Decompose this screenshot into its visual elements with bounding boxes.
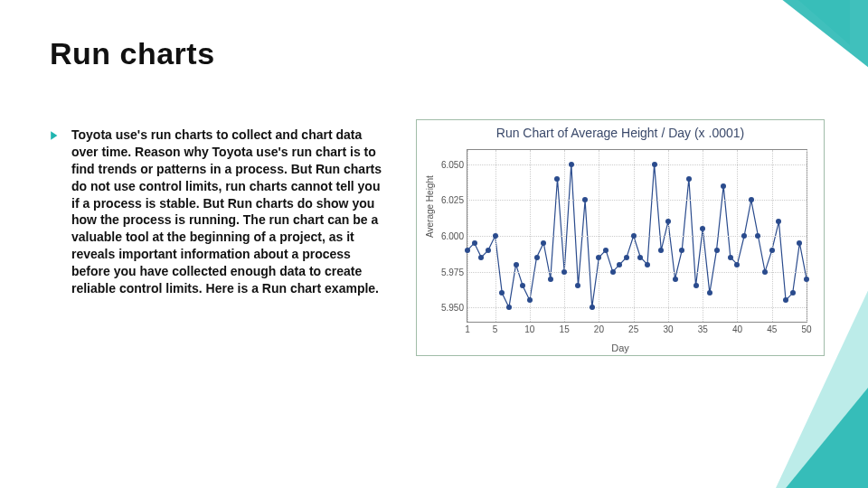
- chart-point: [631, 233, 637, 239]
- chart-xtick: 50: [801, 322, 811, 334]
- chart-xtick: 30: [663, 322, 673, 334]
- chart-point: [493, 233, 498, 239]
- chart-point: [755, 233, 760, 239]
- chart-point: [520, 283, 525, 288]
- chart-xtick: 5: [493, 322, 498, 334]
- chart-point: [790, 290, 796, 296]
- chart-point: [624, 255, 629, 260]
- chart-point: [575, 283, 580, 288]
- chart-point: [478, 255, 484, 260]
- chart-point: [693, 283, 699, 288]
- chart-point: [596, 255, 601, 260]
- chart-point: [769, 248, 775, 253]
- chart-point: [514, 262, 519, 267]
- chart-ytick: 5.950: [441, 303, 467, 313]
- chart-point: [673, 277, 678, 282]
- chart-point: [554, 176, 560, 182]
- chart-point: [665, 219, 671, 224]
- body-text: Toyota use's run charts to collect and c…: [71, 127, 384, 297]
- chart-point: [679, 248, 684, 253]
- chart-point: [472, 240, 477, 246]
- chart-xtick: 25: [628, 322, 638, 334]
- chart-point: [465, 248, 470, 253]
- chart-point: [527, 297, 533, 303]
- chart-point: [707, 290, 712, 296]
- slide: Run charts Toyota use's run charts to co…: [0, 0, 868, 488]
- chart-point: [637, 255, 643, 260]
- chart-point: [714, 248, 720, 253]
- chart-point: [783, 297, 788, 303]
- chart-point: [804, 277, 809, 282]
- chart-point: [541, 240, 546, 246]
- chart-point: [617, 262, 622, 267]
- chart-point: [603, 248, 609, 253]
- chart-point: [652, 162, 657, 167]
- chart-point: [686, 176, 692, 182]
- chart-point: [721, 183, 726, 189]
- page-title: Run charts: [50, 36, 215, 71]
- bullet-item: Toyota use's run charts to collect and c…: [50, 127, 384, 297]
- chart-point: [741, 233, 747, 239]
- chart-point: [506, 305, 512, 310]
- chart-point: [610, 269, 616, 275]
- chart-point: [486, 248, 491, 253]
- chart-point: [499, 290, 505, 296]
- chart-point: [548, 277, 553, 282]
- chart-point: [645, 262, 650, 267]
- run-chart: Run Chart of Average Height / Day (x .00…: [416, 119, 825, 356]
- chart-point: [658, 248, 664, 253]
- chart-point: [762, 269, 768, 275]
- chart-point: [534, 255, 540, 260]
- chart-title: Run Chart of Average Height / Day (x .00…: [417, 126, 824, 140]
- chart-plot-area: 5.9505.9756.0006.0256.050151015202530354…: [467, 149, 807, 323]
- chart-xtick: 10: [524, 322, 534, 334]
- chart-xtick: 40: [732, 322, 742, 334]
- chart-point: [749, 197, 754, 202]
- chart-xtick: 35: [698, 322, 708, 334]
- chart-xtick: 1: [465, 322, 470, 334]
- chart-ytick: 6.000: [441, 231, 467, 241]
- chart-point: [728, 255, 733, 260]
- decorative-corner-top: [723, 0, 868, 90]
- bullet-arrow-icon: [50, 127, 61, 297]
- chart-xlabel: Day: [417, 343, 824, 353]
- chart-ytick: 5.975: [441, 267, 467, 277]
- chart-point: [569, 162, 574, 167]
- chart-xtick: 20: [594, 322, 604, 334]
- chart-xtick: 45: [767, 322, 777, 334]
- chart-ytick: 6.025: [441, 195, 467, 205]
- chart-point: [776, 219, 781, 224]
- chart-point: [700, 226, 705, 231]
- chart-point: [561, 269, 567, 275]
- chart-ylabel: Average Height: [425, 175, 435, 238]
- chart-point: [590, 305, 595, 310]
- chart-xtick: 15: [560, 322, 570, 334]
- chart-point: [797, 240, 802, 246]
- chart-ytick: 6.050: [441, 159, 467, 169]
- chart-point: [734, 262, 740, 267]
- chart-point: [582, 197, 588, 202]
